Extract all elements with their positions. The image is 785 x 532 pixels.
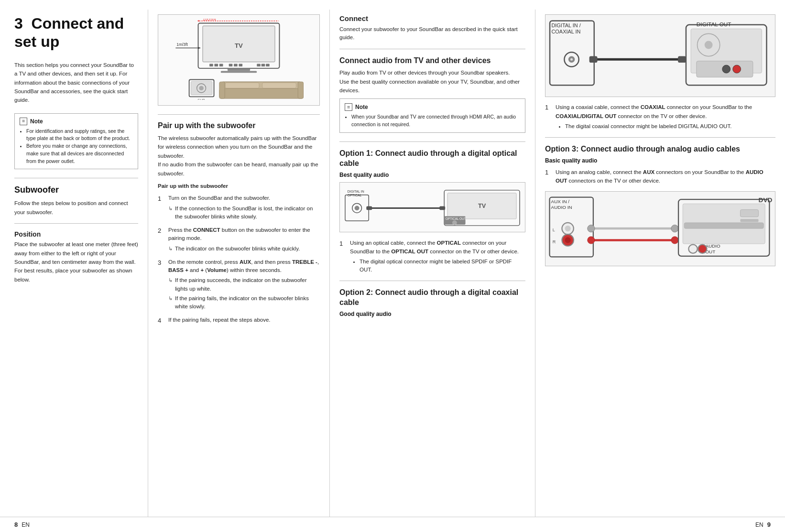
svg-rect-31 [262,83,296,88]
svg-text:DIGITAL IN: DIGITAL IN [348,189,364,193]
left-page-num: 8 [14,521,18,528]
svg-rect-13 [219,64,223,66]
svg-point-36 [355,206,360,210]
svg-rect-38 [366,206,372,210]
chapter-number: 3 [14,15,23,32]
divider-opt2 [339,281,525,281]
svg-point-84 [688,244,697,253]
right-column-2: DIGITAL IN / COAXIAL IN DIGITAL OUT [535,10,785,517]
svg-text:SUB: SUB [197,98,205,100]
svg-rect-4 [221,71,257,73]
step-2: 2 Press the CONNECT button on the subwoo… [158,226,320,254]
option2-step1: 1 Using a coaxial cable, connect the COA… [545,103,775,130]
svg-text:AUDIO IN: AUDIO IN [551,205,572,210]
analog-diagram-svg: AUX IN / AUDIO IN L R [547,194,773,263]
right-lang: EN [755,521,763,528]
chapter-title: 3 Connect and set up [14,14,138,51]
option1-quality: Best quality audio [339,172,525,178]
subwoofer-diagram: TV 10cm/4" 1m/3ft [158,14,320,106]
svg-point-71 [565,237,571,243]
step-1: 1 Turn on the SoundBar and the subwoofer… [158,194,320,222]
svg-text:DIGITAL OUT: DIGITAL OUT [697,21,731,27]
coaxial-diagram-svg: DIGITAL IN / COAXIAL IN DIGITAL OUT [547,17,773,93]
pairing-intro: The wireless subwoofer automatically pai… [158,134,320,178]
position-text: Place the subwoofer at least one meter (… [14,240,138,284]
right-page-num: 9 [767,521,771,528]
svg-point-62 [733,65,741,73]
svg-point-69 [565,226,571,231]
svg-rect-14 [229,64,233,66]
middle-column: TV 10cm/4" 1m/3ft [148,10,330,517]
divider [14,223,138,224]
pairing-bold-title: Pair up with the subwoofer [158,182,320,190]
svg-text:R: R [553,239,556,244]
note-item: Before you make or change any connection… [26,142,133,165]
svg-point-45 [452,220,457,225]
audio-from-tv-text: Play audio from TV or other devices thro… [339,68,525,95]
svg-point-85 [698,244,707,253]
option2-bullets: The digital coaxial connector might be l… [556,122,775,130]
analog-diagram: AUX IN / AUDIO IN L R [545,191,775,267]
svg-rect-17 [257,64,261,66]
connect-title: Connect [339,14,525,22]
svg-rect-11 [209,64,213,66]
svg-rect-86 [684,223,763,228]
note-icon-middle: = [345,103,352,111]
note-box-middle: = Note When your Soundbar and TV are con… [339,98,525,133]
footer-right: EN 9 [755,521,771,528]
svg-rect-3 [228,68,250,71]
position-title: Position [14,230,138,238]
svg-text:TV: TV [478,202,486,209]
note-icon: = [20,118,27,125]
svg-text:AUDIO: AUDIO [705,243,720,248]
svg-point-61 [722,65,730,73]
step-3: 3 On the remote control, press AUX, and … [158,258,320,313]
svg-rect-54 [678,56,686,63]
svg-marker-10 [198,47,201,49]
divider-opt3 [545,137,775,138]
audio-from-tv-title: Connect audio from TV and other devices [339,56,525,66]
option1-step1: 1 Using an optical cable, connect the OP… [339,239,525,274]
svg-rect-29 [298,82,303,98]
svg-rect-53 [589,56,598,63]
divider-audio [339,49,525,49]
pairing-steps: 1 Turn on the SoundBar and the subwoofer… [158,194,320,326]
page-footer: 8 EN EN 9 [0,517,785,532]
note-list: For identification and supply ratings, s… [20,128,133,165]
svg-text:TV: TV [235,42,243,49]
svg-rect-88 [740,219,758,222]
intro-text: This section helps you connect your Soun… [14,61,138,105]
svg-point-77 [671,225,678,232]
svg-rect-30 [225,83,259,88]
svg-point-78 [671,237,678,244]
option3-quality: Basic quality audio [545,157,775,164]
svg-text:DVD: DVD [759,196,773,204]
svg-point-75 [588,225,595,232]
svg-rect-18 [262,64,265,66]
option2-quality: Good quality audio [339,311,525,317]
divider-opt1 [339,141,525,142]
subwoofer-title: Subwoofer [14,185,138,195]
note-header: = Note [20,118,133,125]
svg-rect-28 [219,82,225,98]
divider [14,178,138,178]
svg-text:1m/3ft: 1m/3ft [176,42,188,47]
svg-text:AUX IN /: AUX IN / [551,199,570,204]
chapter-title-text: Connect and set up [14,15,124,50]
svg-point-23 [199,86,203,90]
svg-text:DIGITAL IN /: DIGITAL IN / [551,22,581,28]
svg-rect-15 [234,64,238,66]
subwoofer-text: Follow the steps below to position and c… [14,199,138,217]
note-label: Note [30,118,43,125]
svg-point-51 [570,58,573,61]
option1-title: Option 1: Connect audio through a digita… [339,149,525,169]
svg-text:OPTICAL: OPTICAL [348,193,362,196]
note-middle-list: When your Soundbar and TV are connected … [345,113,520,129]
option1-steps: 1 Using an optical cable, connect the OP… [339,239,525,274]
svg-marker-7 [197,20,199,22]
note-inline-header: = Note [345,103,520,111]
svg-point-60 [705,41,713,49]
option3-step1: 1 Using an analog cable, connect the AUX… [545,168,775,185]
left-column: 3 Connect and set up This section helps … [0,10,148,517]
svg-rect-27 [219,88,304,98]
